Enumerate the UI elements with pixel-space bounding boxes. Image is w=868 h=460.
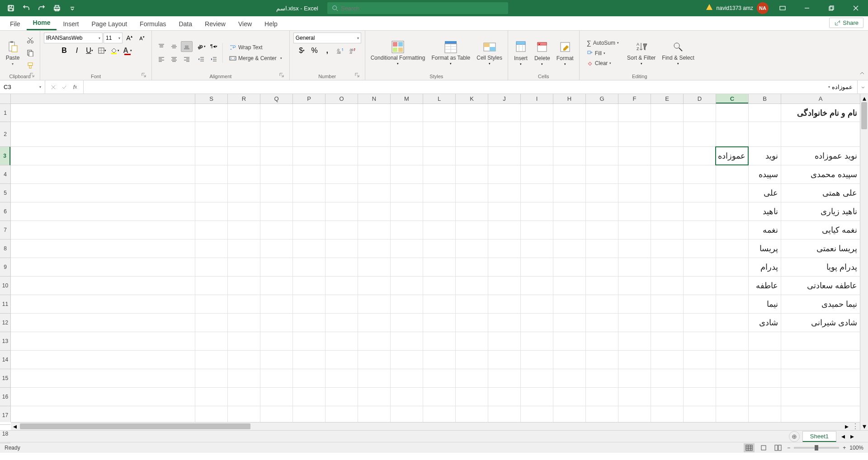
cell-F2[interactable]	[618, 122, 651, 146]
cell-I17[interactable]	[520, 406, 553, 422]
number-format-combo[interactable]: General▾	[293, 33, 361, 43]
column-header-C[interactable]: C	[716, 94, 748, 103]
tab-help[interactable]: Help	[258, 18, 284, 30]
format-as-table-button[interactable]: Format as Table▾	[429, 39, 472, 66]
cell-Q10[interactable]	[260, 277, 292, 295]
row-header-18[interactable]: 18	[0, 425, 10, 443]
cell-A11[interactable]: نیما حمیدی	[781, 295, 860, 313]
cell-O1[interactable]	[325, 104, 358, 122]
cell-Q15[interactable]	[260, 369, 292, 387]
cell-B12[interactable]: شادی	[748, 314, 781, 332]
cell-J3[interactable]	[488, 147, 520, 165]
row-header-4[interactable]: 4	[0, 165, 10, 184]
cell-L14[interactable]	[423, 351, 455, 369]
cell-E4[interactable]	[651, 165, 683, 183]
cell-F1[interactable]	[618, 104, 651, 122]
cell-N8[interactable]	[358, 239, 390, 258]
tab-data[interactable]: Data	[172, 18, 198, 30]
save-button[interactable]	[5, 2, 17, 14]
cell-P4[interactable]	[292, 165, 325, 183]
cell-D16[interactable]	[683, 388, 716, 406]
zoom-in-button[interactable]: +	[843, 445, 846, 451]
cell-S6[interactable]	[195, 202, 227, 221]
cell-A7[interactable]: نغمه کیایی	[781, 221, 860, 239]
cell-P5[interactable]	[292, 184, 325, 202]
tab-home[interactable]: Home	[27, 16, 57, 30]
cell-O16[interactable]	[325, 388, 358, 406]
cell-A5[interactable]: علی همتی	[781, 184, 860, 202]
cell-M9[interactable]	[390, 258, 423, 276]
cell-Q3[interactable]	[260, 147, 292, 165]
cell-S17[interactable]	[195, 406, 227, 422]
cell-H12[interactable]	[553, 314, 585, 332]
cell-B2[interactable]	[748, 122, 781, 146]
cell-S12[interactable]	[195, 314, 227, 332]
cell-K11[interactable]	[455, 295, 488, 313]
cell-O10[interactable]	[325, 277, 358, 295]
cell-J13[interactable]	[488, 332, 520, 350]
row-header-11[interactable]: 11	[0, 295, 10, 314]
cell-C3[interactable]: عموزاده	[716, 147, 748, 165]
conditional-formatting-button[interactable]: Conditional Formatting▾	[369, 39, 427, 66]
cell-G10[interactable]	[585, 277, 618, 295]
format-cells-button[interactable]: Format▾	[555, 39, 576, 67]
cell-M13[interactable]	[390, 332, 423, 350]
autosum-button[interactable]: ∑AutoSum▾	[583, 38, 623, 47]
cell-M6[interactable]	[390, 202, 423, 221]
cell-H17[interactable]	[553, 406, 585, 422]
cell-P11[interactable]	[292, 295, 325, 313]
scroll-down-button[interactable]: ▾	[860, 422, 868, 430]
cell-M16[interactable]	[390, 388, 423, 406]
cell-B10[interactable]: عاطفه	[748, 277, 781, 295]
cell-F13[interactable]	[618, 332, 651, 350]
cell-Q8[interactable]	[260, 239, 292, 258]
column-header-B[interactable]: B	[748, 94, 781, 103]
border-button[interactable]: ▾	[96, 45, 108, 56]
cell-A12[interactable]: شادی شیرانی	[781, 314, 860, 332]
cell-H3[interactable]	[553, 147, 585, 165]
cell-Q14[interactable]	[260, 351, 292, 369]
cell-A8[interactable]: پریسا نعمتی	[781, 239, 860, 258]
cell-E14[interactable]	[651, 351, 683, 369]
cell-O8[interactable]	[325, 239, 358, 258]
cell-F8[interactable]	[618, 239, 651, 258]
column-header-P[interactable]: P	[292, 94, 325, 103]
cell-M14[interactable]	[390, 351, 423, 369]
sheet-nav-first[interactable]: ◂	[839, 432, 847, 441]
cell-P1[interactable]	[292, 104, 325, 122]
cell-R13[interactable]	[227, 332, 260, 350]
insert-cells-button[interactable]: Insert▾	[512, 39, 530, 67]
qat-customize-button[interactable]	[66, 2, 79, 14]
cell-S8[interactable]	[195, 239, 227, 258]
font-size-combo[interactable]: 11▾	[104, 33, 123, 43]
cell-C2[interactable]	[716, 122, 748, 146]
cell-S1[interactable]	[195, 104, 227, 122]
cell-R9[interactable]	[227, 258, 260, 276]
collapse-ribbon-button[interactable]	[859, 70, 865, 78]
zoom-thumb[interactable]	[815, 445, 818, 451]
cell-N15[interactable]	[358, 369, 390, 387]
cell-P17[interactable]	[292, 406, 325, 422]
cell-N2[interactable]	[358, 122, 390, 146]
tab-file[interactable]: File	[4, 18, 27, 30]
cell-G9[interactable]	[585, 258, 618, 276]
percent-format-button[interactable]: %	[309, 45, 321, 56]
insert-function-button[interactable]: fx	[71, 83, 80, 92]
column-header-D[interactable]: D	[683, 94, 716, 103]
cell-O17[interactable]	[325, 406, 358, 422]
column-header-K[interactable]: K	[455, 94, 488, 103]
scroll-options[interactable]: ⋮	[851, 422, 860, 430]
cell-H2[interactable]	[553, 122, 585, 146]
cell-G14[interactable]	[585, 351, 618, 369]
cell-K1[interactable]	[455, 104, 488, 122]
cell-L4[interactable]	[423, 165, 455, 183]
cell-D13[interactable]	[683, 332, 716, 350]
cell-R14[interactable]	[227, 351, 260, 369]
user-avatar[interactable]: NA	[757, 2, 769, 14]
cell-H7[interactable]	[553, 221, 585, 239]
tab-page-layout[interactable]: Page Layout	[85, 18, 133, 30]
row-header-12[interactable]: 12	[0, 314, 10, 332]
increase-font-button[interactable]: A▴	[123, 33, 135, 43]
cell-N11[interactable]	[358, 295, 390, 313]
cell-D8[interactable]	[683, 239, 716, 258]
